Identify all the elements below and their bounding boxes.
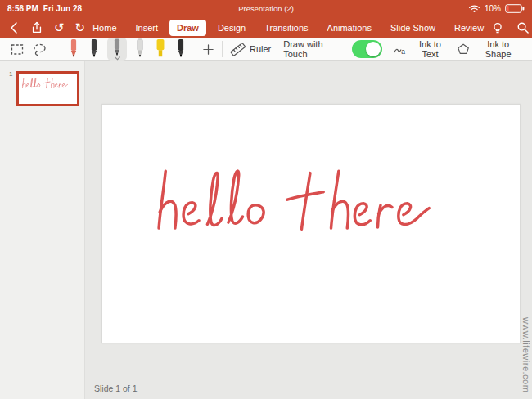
tab-design[interactable]: Design [210, 20, 253, 36]
pen-gallery [66, 38, 188, 61]
tab-review[interactable]: Review [447, 20, 491, 36]
status-bar: 8:56 PM Fri Jun 28 Presentation (2) 10% [0, 0, 532, 17]
toolbar-divider [222, 41, 223, 57]
tab-home[interactable]: Home [85, 20, 124, 36]
lasso-select-icon[interactable] [32, 43, 47, 56]
svg-text:a: a [401, 47, 405, 56]
ink-to-shape-button[interactable]: Ink to Shape [457, 39, 522, 59]
draw-toolbar: Ruler Draw with Touch a Ink to Text Ink … [0, 38, 532, 61]
slide-number: 1 [9, 70, 12, 78]
status-date: Fri Jun 28 [43, 4, 82, 13]
battery-icon [505, 4, 525, 13]
tab-insert[interactable]: Insert [128, 20, 166, 36]
tab-draw[interactable]: Draw [169, 20, 206, 36]
slide-status: Slide 1 of 1 [94, 383, 138, 393]
ribbon-bar: ↺ ↻ Home Insert Draw Design Transitions … [0, 17, 532, 38]
tab-animations[interactable]: Animations [320, 20, 379, 36]
ink-to-text-icon: a [393, 43, 407, 56]
pen-gray-selected[interactable] [107, 38, 127, 61]
thumbnail-ink [20, 76, 71, 92]
redo-icon: ↻ [75, 22, 86, 34]
battery-percent: 10% [485, 4, 501, 13]
status-time: 8:56 PM [7, 4, 38, 13]
ink-to-text-label: Ink to Text [411, 39, 449, 59]
ruler-icon [230, 42, 246, 56]
export-icon[interactable] [30, 21, 43, 34]
tab-transitions[interactable]: Transitions [257, 20, 315, 36]
pen-light[interactable] [133, 38, 147, 61]
ink-to-shape-icon [457, 43, 470, 56]
ink-to-text-button[interactable]: a Ink to Text [393, 39, 449, 59]
back-button[interactable] [8, 21, 20, 34]
canvas-area: Slide 1 of 1 [85, 61, 532, 399]
draw-with-touch-label: Draw with Touch [283, 39, 345, 59]
workspace: 1 Slide 1 of 1 www.lifewire.com [0, 61, 532, 399]
slides-panel: 1 [0, 61, 85, 399]
ruler-button[interactable]: Ruler [230, 42, 271, 56]
ribbon-tabs: Home Insert Draw Design Transitions Anim… [85, 17, 491, 38]
ink-to-shape-label: Ink to Shape [474, 39, 522, 59]
redo-button[interactable]: ↻ [75, 22, 86, 34]
slide-thumbnail[interactable] [16, 71, 79, 106]
draw-with-touch-toggle[interactable] [352, 40, 382, 58]
marquee-select-icon[interactable] [10, 43, 25, 56]
add-pen-button[interactable] [202, 43, 214, 56]
lightbulb-icon[interactable] [491, 21, 504, 35]
plus-icon [202, 43, 214, 56]
search-icon[interactable] [516, 21, 530, 34]
slide-canvas[interactable] [101, 104, 521, 343]
pen-pencil-red[interactable] [66, 38, 81, 61]
watermark: www.lifewire.com [521, 317, 531, 392]
pen-dark[interactable] [174, 38, 188, 61]
undo-button[interactable]: ↺ [54, 22, 65, 34]
app-header: 8:56 PM Fri Jun 28 Presentation (2) 10% … [0, 0, 532, 38]
highlighter-yellow[interactable] [153, 38, 168, 61]
wifi-icon [468, 4, 480, 13]
pen-black[interactable] [87, 38, 101, 61]
undo-icon: ↺ [54, 22, 65, 34]
ruler-label: Ruler [250, 44, 271, 54]
ink-hello-there [147, 164, 451, 249]
tab-slide-show[interactable]: Slide Show [383, 20, 443, 36]
